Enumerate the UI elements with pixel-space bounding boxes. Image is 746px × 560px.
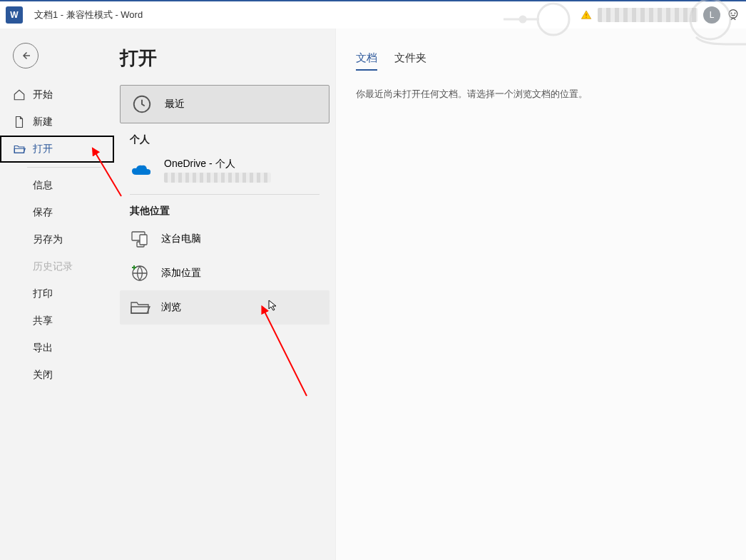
page-title: 打开: [120, 46, 329, 71]
svg-point-3: [731, 13, 732, 14]
nav-divider: [27, 167, 101, 168]
user-avatar[interactable]: L: [703, 6, 720, 24]
nav-home[interactable]: 开始: [0, 81, 114, 108]
nav-close[interactable]: 关闭: [0, 362, 114, 389]
window-title: 文档1 - 兼容性模式 - Word: [34, 9, 143, 21]
add-place-icon: [130, 263, 150, 283]
nav-home-label: 开始: [33, 88, 53, 101]
nav-open[interactable]: 打开: [0, 136, 114, 163]
content-tabs: 文档 文件夹: [356, 51, 726, 71]
onedrive-icon: [130, 159, 153, 182]
nav-export[interactable]: 导出: [0, 335, 114, 362]
nav-new[interactable]: 新建: [0, 108, 114, 136]
tab-documents[interactable]: 文档: [356, 51, 377, 71]
location-onedrive-label: OneDrive - 个人: [164, 158, 271, 170]
section-personal: 个人: [130, 133, 320, 146]
nav-info[interactable]: 信息: [0, 172, 114, 199]
folder-icon: [130, 297, 150, 317]
location-divider: [130, 194, 320, 195]
location-browse-label: 浏览: [161, 301, 181, 314]
content-panel: 文档 文件夹 你最近尚未打开任何文档。请选择一个浏览文档的位置。: [335, 29, 746, 560]
back-button[interactable]: [13, 43, 39, 68]
title-bar: W 文档1 - 兼容性模式 - Word L: [0, 0, 746, 29]
nav-history: 历史记录: [0, 253, 114, 280]
location-browse[interactable]: 浏览: [120, 290, 329, 325]
svg-rect-1: [586, 17, 586, 18]
locations-panel: 打开 最近 个人 OneDrive - 个人 其他位置 这台电脑: [114, 29, 335, 560]
location-add-place-label: 添加位置: [161, 267, 201, 280]
folder-open-icon: [13, 143, 26, 156]
document-icon: [13, 116, 26, 128]
location-add-place[interactable]: 添加位置: [120, 256, 329, 290]
clock-icon: [131, 93, 153, 116]
pc-icon: [130, 229, 150, 249]
svg-point-4: [735, 13, 735, 14]
feedback-icon[interactable]: [726, 8, 740, 22]
nav-open-label: 打开: [33, 143, 53, 156]
empty-hint: 你最近尚未打开任何文档。请选择一个浏览文档的位置。: [356, 88, 726, 101]
left-nav: 开始 新建 打开 信息 保存 另存为 历史记录 打印 共享 导出 关闭: [0, 29, 114, 560]
tab-folders[interactable]: 文件夹: [394, 51, 426, 71]
svg-point-2: [729, 10, 737, 19]
location-this-pc[interactable]: 这台电脑: [120, 222, 329, 256]
nav-share[interactable]: 共享: [0, 307, 114, 335]
nav-save[interactable]: 保存: [0, 199, 114, 226]
home-icon: [13, 88, 26, 101]
nav-print[interactable]: 打印: [0, 280, 114, 307]
word-app-icon: W: [6, 6, 23, 24]
nav-saveas[interactable]: 另存为: [0, 226, 114, 253]
location-recent-label: 最近: [165, 98, 185, 111]
onedrive-account-redacted: [164, 173, 271, 183]
title-bar-right: L: [581, 6, 740, 24]
location-onedrive[interactable]: OneDrive - 个人: [120, 151, 329, 190]
location-recent[interactable]: 最近: [120, 85, 329, 123]
account-name-redacted: [598, 8, 698, 22]
location-this-pc-label: 这台电脑: [161, 233, 201, 245]
svg-rect-11: [140, 235, 147, 245]
warning-icon: [581, 9, 592, 21]
section-other: 其他位置: [130, 205, 320, 218]
nav-new-label: 新建: [33, 116, 53, 128]
svg-rect-0: [586, 14, 586, 16]
svg-point-7: [520, 16, 526, 22]
